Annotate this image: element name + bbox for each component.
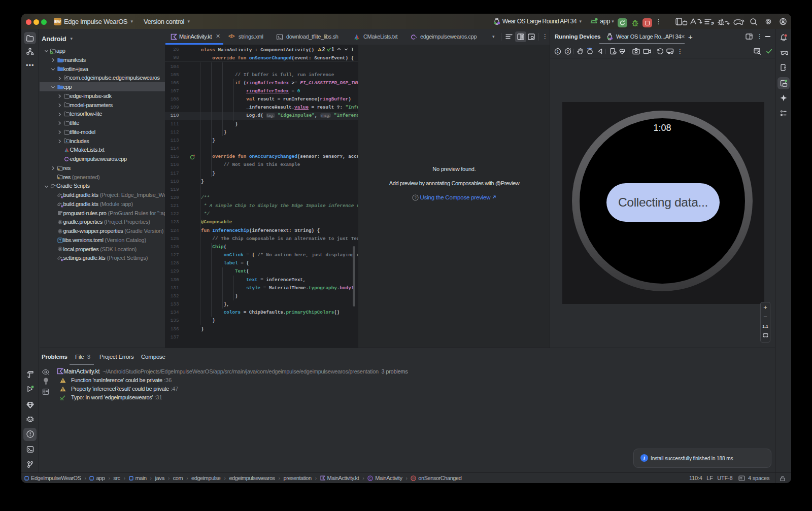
svg-text:C: C (369, 476, 372, 480)
svg-text:2: 2 (567, 50, 569, 53)
svg-text:1: 1 (557, 50, 559, 53)
svg-text:5: 5 (711, 21, 714, 26)
svg-text:?: ? (414, 195, 417, 200)
svg-text:m: m (412, 476, 415, 480)
